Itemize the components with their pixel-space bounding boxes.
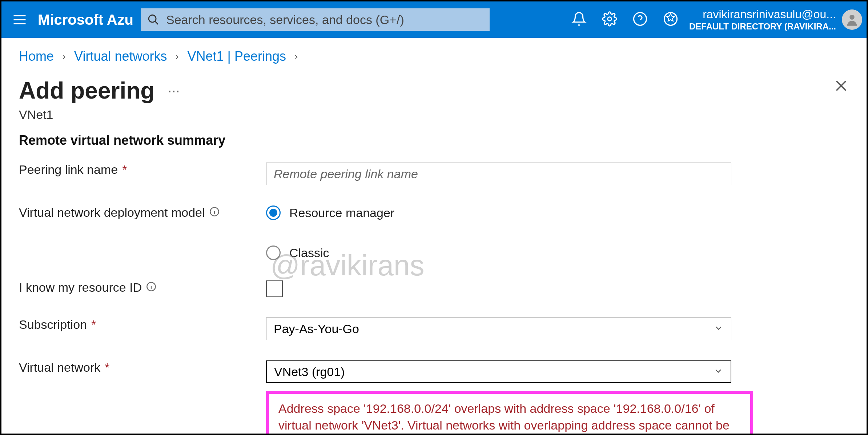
main-content: Home Virtual networks VNet1 | Peerings A…	[1, 38, 867, 435]
info-icon[interactable]	[146, 280, 156, 295]
svg-point-5	[608, 17, 612, 21]
chevron-right-icon	[173, 49, 181, 64]
avatar[interactable]	[842, 9, 862, 30]
chevron-down-icon	[713, 365, 723, 379]
section-header: Remote virtual network summary	[19, 133, 849, 148]
help-icon[interactable]	[632, 11, 648, 28]
account-panel[interactable]: ravikiransrinivasulu@ou... DEFAULT DIREC…	[689, 7, 867, 32]
chevron-right-icon	[60, 49, 68, 64]
radio-label: Classic	[289, 246, 329, 260]
top-icon-bar	[560, 11, 689, 28]
search-input[interactable]	[141, 8, 490, 31]
error-message-text: Address space '192.168.0.0/24' overlaps …	[278, 400, 741, 435]
search-icon	[147, 13, 160, 27]
subscription-select[interactable]: Pay-As-You-Go	[266, 318, 731, 340]
svg-point-3	[149, 15, 156, 22]
know-resource-id-label: I know my resource ID	[19, 280, 266, 295]
global-search[interactable]	[141, 8, 490, 31]
page-subtitle: VNet1	[19, 108, 849, 122]
svg-line-4	[155, 21, 158, 24]
info-icon[interactable]	[209, 205, 220, 220]
svg-point-6	[634, 13, 646, 25]
page-title: Add peering	[19, 77, 154, 104]
close-button[interactable]	[833, 78, 849, 95]
settings-icon[interactable]	[602, 11, 617, 28]
brand-logo: Microsoft Azu	[38, 12, 141, 28]
radio-classic[interactable]: Classic	[266, 246, 731, 260]
breadcrumb-link-peerings[interactable]: VNet1 | Peerings	[187, 49, 286, 64]
peering-link-name-label: Peering link name *	[19, 163, 266, 177]
chevron-down-icon	[714, 322, 724, 336]
radio-resource-manager[interactable]: Resource manager	[266, 205, 731, 220]
more-actions-button[interactable]: ···	[168, 83, 180, 99]
breadcrumb-link-home[interactable]: Home	[19, 49, 54, 64]
subscription-value: Pay-As-You-Go	[274, 322, 359, 336]
top-bar: Microsoft Azu ravikiransrinivasulu@ou...…	[1, 1, 867, 38]
know-resource-id-checkbox[interactable]	[266, 280, 283, 297]
radio-label: Resource manager	[289, 206, 394, 220]
subscription-label: Subscription *	[19, 318, 266, 332]
virtual-network-label: Virtual network *	[19, 360, 266, 375]
svg-point-9	[849, 15, 854, 20]
breadcrumb-link-vnets[interactable]: Virtual networks	[74, 49, 167, 64]
account-directory: DEFAULT DIRECTORY (RAVIKIRA...	[689, 21, 836, 32]
hamburger-menu-button[interactable]	[1, 12, 38, 28]
error-message-box: Address space '192.168.0.0/24' overlaps …	[266, 391, 753, 435]
notifications-icon[interactable]	[571, 11, 587, 28]
feedback-icon[interactable]	[663, 11, 678, 28]
account-email: ravikiransrinivasulu@ou...	[689, 7, 836, 21]
peering-link-name-input[interactable]	[266, 163, 731, 185]
virtual-network-value: VNet3 (rg01)	[274, 365, 345, 379]
form: Peering link name * Virtual network depl…	[19, 163, 849, 435]
deployment-model-label: Virtual network deployment model	[19, 205, 266, 220]
breadcrumb: Home Virtual networks VNet1 | Peerings	[19, 49, 849, 64]
chevron-right-icon	[293, 49, 300, 64]
virtual-network-select[interactable]: VNet3 (rg01)	[266, 360, 731, 383]
